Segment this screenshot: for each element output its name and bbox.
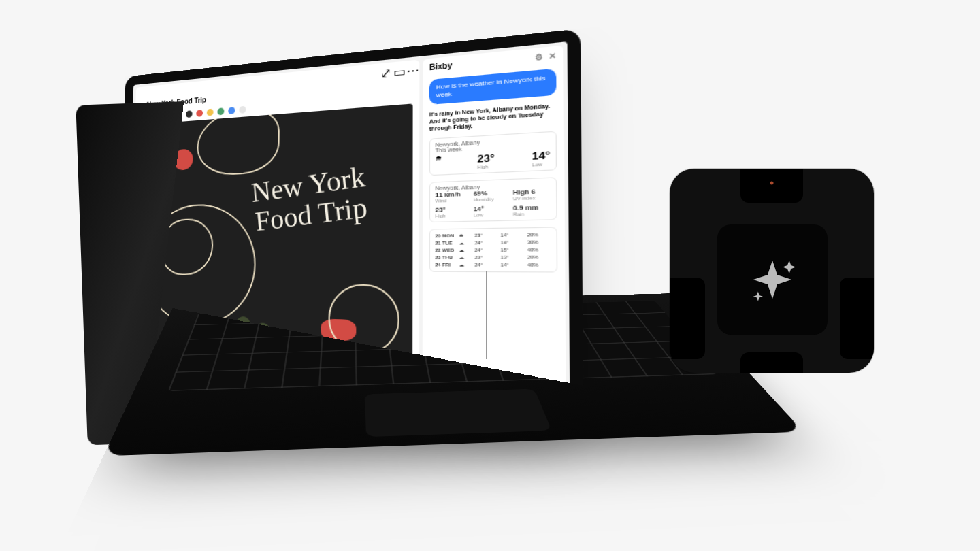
forecast-row: 22 WED☁24°15°40% [435,246,551,254]
swatch-blue[interactable] [228,107,235,114]
temp-high-label: High [477,164,494,169]
callout-line [486,271,670,271]
temp-high: 23° [477,152,494,165]
callout-line [486,271,487,359]
ai-key-large[interactable] [717,224,828,335]
highlighter-icon[interactable]: ✐ [151,112,159,121]
eraser-icon[interactable]: ◌ [163,112,170,120]
swatch-green[interactable] [217,107,224,115]
adjacent-key [670,278,705,359]
sparkle-icon [742,250,802,310]
adjacent-key [740,352,803,373]
pen-icon[interactable]: ✎ [140,114,148,122]
adjacent-key [840,278,874,359]
window-icon[interactable]: ▭ [393,65,402,73]
bixby-reply: It's rainy in New York, Albany on Monday… [429,102,557,133]
swatch-yellow[interactable] [207,109,214,116]
device-product-shot: ⤢ ▭ ⋯ ‹ New York Food Trip ✎ ✐ ◌ ✂ [82,75,619,510]
back-icon[interactable]: ‹ [140,100,143,110]
bixby-title: Bixby [429,61,453,72]
weather-icon: 🌧 [435,154,442,162]
weather-summary-card: Newyork, Albany This week 🌧 23° High 14°… [429,131,557,176]
note-title: New York Food Trip [146,95,206,108]
temp-low-label: Low [532,162,551,168]
close-icon[interactable]: ✕ [549,51,556,61]
ai-key-zoom-inset [670,169,874,373]
expand-icon[interactable]: ⤢ [380,65,389,73]
settings-icon[interactable]: ⚙ [535,52,543,62]
swatch-red[interactable] [196,110,203,117]
swatch-grey[interactable] [239,106,246,114]
weather-detail-card: Newyork, Albany 11 km/hWind 69%Humidity … [429,178,557,223]
forecast-card: 20 MON🌧23°14°20%21 TUE☁24°14°30%22 WED☁2… [429,227,557,273]
swatch-black[interactable] [186,110,193,118]
forecast-row: 23 THU☁23°13°20% [435,253,551,261]
bixby-panel: Bixby ⚙ ✕ How is the weather in Newyork … [423,46,566,414]
adjacent-key [740,169,803,203]
trackpad[interactable] [365,389,552,437]
forecast-row: 24 FRI☁24°14°40% [435,261,551,268]
more-icon[interactable]: ⋯ [406,63,414,72]
lasso-icon[interactable]: ✂ [174,110,182,119]
temp-low: 14° [532,149,551,163]
canvas-handwriting: New York Food Trip [250,161,370,236]
